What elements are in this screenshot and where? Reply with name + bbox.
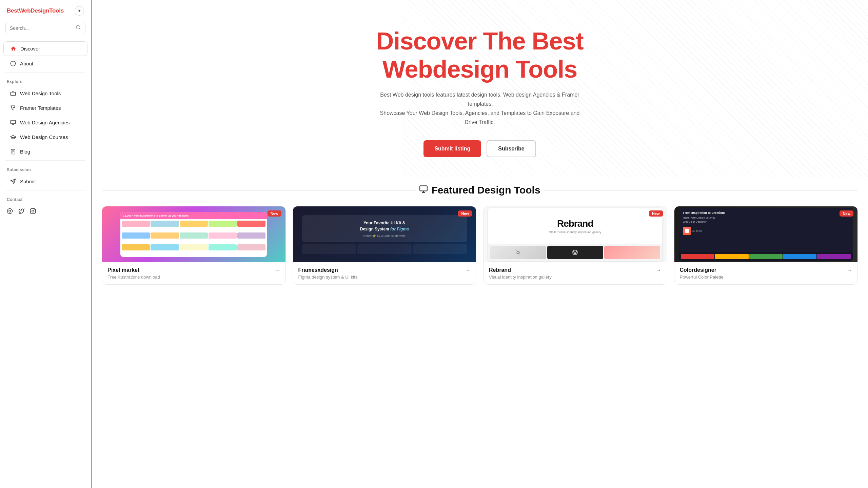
sidebar-item-web-design-tools-label: Web Design Tools	[20, 90, 61, 96]
divider-explore	[5, 72, 85, 73]
card-framesxdesign[interactable]: New Your Favorite UI Kit &Design System …	[293, 206, 477, 285]
theme-toggle-button[interactable]: ✦	[75, 6, 84, 16]
sidebar-logo: BestWebDesignTools ✦	[0, 0, 91, 22]
sidebar-item-submit[interactable]: Submit	[3, 175, 87, 188]
submit-listing-button[interactable]: Submit listing	[423, 140, 481, 157]
sidebar-item-about-label: About	[20, 61, 33, 66]
sidebar-item-web-design-courses[interactable]: Web Design Courses	[3, 130, 87, 144]
sidebar-item-discover[interactable]: Discover	[3, 41, 87, 56]
card-badge-colordesigner: New	[840, 210, 853, 217]
info-icon	[10, 61, 16, 66]
graduation-icon	[10, 134, 16, 140]
card-title-framesxdesign: Framesxdesign	[298, 267, 338, 273]
sidebar-item-blog-label: Blog	[20, 149, 30, 155]
cards-grid: New 15,000+ free illustrations to power …	[102, 206, 858, 285]
card-arrow-pixel-market: →	[275, 267, 280, 273]
sidebar-item-framer-templates-label: Framer Templates	[20, 105, 61, 111]
hero-container: Discover The Best Webdesign Tools Best W…	[327, 0, 632, 178]
explore-section-label: Explore	[0, 74, 91, 86]
featured-header: Featured Design Tools	[102, 184, 858, 196]
svg-point-19	[34, 210, 35, 210]
search-container	[5, 22, 85, 34]
svg-marker-6	[12, 106, 15, 110]
card-arrow-rebrand: →	[656, 267, 662, 273]
sidebar-item-blog[interactable]: Blog	[3, 145, 87, 159]
divider-contact	[5, 190, 85, 190]
hero-buttons: Submit listing Subscribe	[341, 140, 619, 157]
home-icon	[11, 46, 16, 52]
social-icons-container	[0, 204, 91, 220]
hero-section: Discover The Best Webdesign Tools Best W…	[92, 0, 868, 178]
search-input[interactable]	[10, 25, 73, 31]
card-content-rebrand: Rebrand → Visual identity inspiration ga…	[484, 262, 667, 284]
email-icon[interactable]	[7, 208, 13, 216]
sidebar-item-discover-label: Discover	[20, 46, 40, 52]
card-title-pixel-market: Pixel market	[107, 267, 139, 273]
card-desc-rebrand: Visual identity inspiration gallery	[489, 274, 662, 280]
card-image-colordesigner: New From Inspiration to Creation: Ignite…	[674, 206, 858, 262]
card-title-colordesigner: Colordesigner	[680, 267, 716, 273]
svg-point-0	[76, 25, 80, 29]
card-content-framesxdesign: Framesxdesign → Figma design system & UI…	[293, 262, 476, 284]
sidebar-item-web-design-tools[interactable]: Web Design Tools	[3, 86, 87, 100]
pixel-illustration: 15,000+ free illustrations to power up y…	[102, 206, 285, 262]
sidebar-item-web-design-agencies-label: Web Design Agencies	[20, 120, 70, 125]
card-arrow-colordesigner: →	[847, 267, 852, 273]
card-desc-colordesigner: Powerful Color Palette	[680, 274, 852, 280]
divider-submission	[5, 160, 85, 161]
briefcase-icon	[10, 90, 16, 96]
send-icon	[10, 179, 16, 184]
sidebar-item-framer-templates[interactable]: Framer Templates	[3, 101, 87, 115]
featured-header-inner: Featured Design Tools	[419, 184, 540, 196]
card-rebrand[interactable]: New Rebrand Stellar visual identity insp…	[483, 206, 667, 285]
svg-line-27	[520, 254, 520, 255]
main-content: Discover The Best Webdesign Tools Best W…	[92, 0, 868, 488]
card-image-pixel-market: New 15,000+ free illustrations to power …	[102, 206, 285, 262]
submission-section-label: Submission	[0, 162, 91, 174]
twitter-icon[interactable]	[18, 208, 24, 216]
card-image-framesxdesign: New Your Favorite UI Kit &Design System …	[293, 206, 476, 262]
sidebar-item-web-design-courses-label: Web Design Courses	[20, 134, 68, 140]
hero-description: Best Web design tools features latest de…	[378, 90, 581, 127]
svg-point-16	[9, 210, 11, 212]
sidebar-item-submit-label: Submit	[20, 179, 36, 184]
svg-rect-20	[420, 186, 428, 191]
sidebar-item-about[interactable]: About	[3, 57, 87, 70]
contact-section-label: Contact	[0, 192, 91, 204]
sidebar-item-web-design-agencies[interactable]: Web Design Agencies	[3, 116, 87, 129]
monitor-featured-icon	[419, 185, 428, 196]
search-icon	[76, 25, 81, 31]
svg-point-23	[517, 251, 519, 254]
svg-rect-10	[11, 149, 15, 154]
monitor-icon	[10, 120, 16, 125]
featured-section: Featured Design Tools New 15,000+ free i…	[92, 178, 868, 298]
svg-rect-5	[11, 92, 15, 96]
card-desc-pixel-market: Free illustrations download	[107, 274, 280, 280]
document-icon	[10, 149, 16, 155]
instagram-icon[interactable]	[30, 208, 36, 216]
card-image-rebrand: New Rebrand Stellar visual identity insp…	[484, 206, 667, 262]
card-content-colordesigner: Colordesigner → Powerful Color Palette	[674, 262, 858, 284]
card-badge-pixel-market: New	[268, 210, 281, 217]
card-content-pixel-market: Pixel market → Free illustrations downlo…	[102, 262, 285, 284]
hero-title: Discover The Best Webdesign Tools	[341, 27, 619, 83]
card-desc-framesxdesign: Figma design system & UI kits	[298, 274, 471, 280]
svg-point-18	[32, 210, 34, 212]
card-arrow-framesxdesign: →	[465, 267, 471, 273]
svg-line-1	[79, 28, 80, 29]
logo-text: BestWebDesignTools	[7, 7, 64, 14]
featured-section-title: Featured Design Tools	[431, 184, 540, 196]
card-badge-framesxdesign: New	[458, 210, 472, 217]
svg-rect-7	[11, 120, 15, 124]
framer-icon	[10, 105, 16, 111]
subscribe-button[interactable]: Subscribe	[487, 140, 536, 157]
card-badge-rebrand: New	[649, 210, 663, 217]
card-pixel-market[interactable]: New 15,000+ free illustrations to power …	[102, 206, 286, 285]
svg-rect-17	[31, 209, 36, 214]
card-colordesigner[interactable]: New From Inspiration to Creation: Ignite…	[674, 206, 858, 285]
card-title-rebrand: Rebrand	[489, 267, 511, 273]
sidebar: BestWebDesignTools ✦ Discover About Expl…	[0, 0, 92, 488]
svg-line-26	[516, 250, 516, 251]
